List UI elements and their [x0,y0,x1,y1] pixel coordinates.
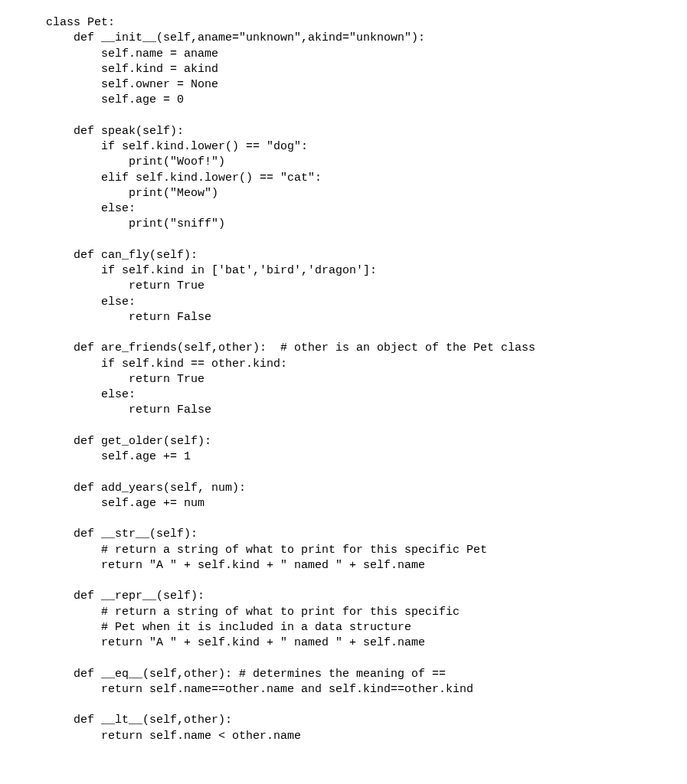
code-block: class Pet: def __init__(self,aname="unkn… [0,0,687,760]
